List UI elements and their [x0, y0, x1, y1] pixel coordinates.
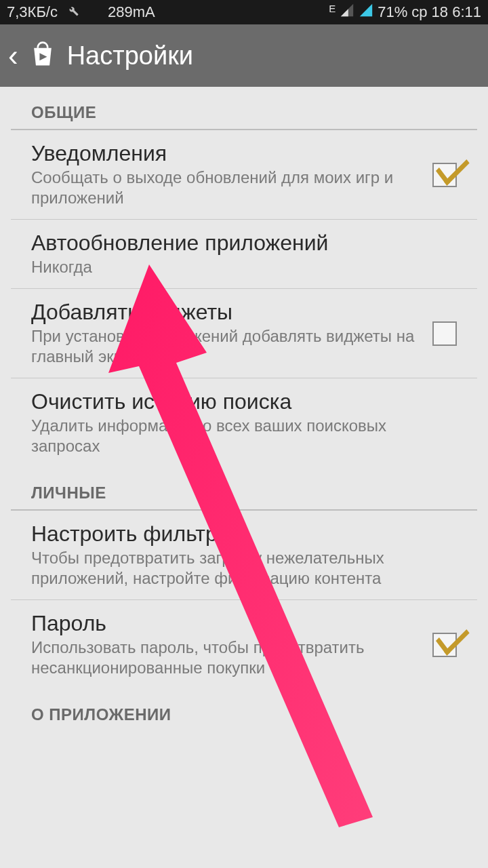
page-title: Настройки: [67, 41, 193, 71]
section-header-about: О ПРИЛОЖЕНИИ: [11, 689, 477, 727]
setting-subtitle: Чтобы предотвратить загрузку нежелательн…: [31, 548, 457, 589]
settings-content: ОБЩИЕ Уведомления Сообщать о выходе обно…: [0, 87, 488, 727]
data-rate: 7,3КБ/с: [7, 3, 58, 21]
setting-title: Добавлять виджеты: [31, 300, 422, 325]
setting-clear-search[interactable]: Очистить историю поиска Удалить информац…: [11, 378, 477, 467]
setting-subtitle: Сообщать о выходе обновлений для моих иг…: [31, 167, 422, 208]
status-bar: 7,3КБ/с 289mA E 71% ср 18 6:11: [0, 0, 488, 24]
edge-indicator: E: [329, 3, 336, 14]
setting-password[interactable]: Пароль Использовать пароль, чтобы предот…: [11, 600, 477, 689]
setting-title: Пароль: [31, 611, 422, 636]
date-time: ср 18 6:11: [411, 3, 481, 21]
section-header-general: ОБЩИЕ: [11, 87, 477, 130]
setting-subtitle: Использовать пароль, чтобы предотвратить…: [31, 637, 422, 678]
setting-filter[interactable]: Настроить фильтр Чтобы предотвратить заг…: [11, 511, 477, 600]
setting-title: Настроить фильтр: [31, 521, 457, 547]
section-header-personal: ЛИЧНЫЕ: [11, 467, 477, 511]
signal-icon-2: [359, 3, 373, 22]
checkbox-notifications[interactable]: [432, 163, 457, 187]
checkbox-widgets[interactable]: [432, 321, 457, 346]
setting-title: Очистить историю поиска: [31, 389, 457, 414]
current-draw: 289mA: [108, 3, 155, 21]
setting-subtitle: Никогда: [31, 257, 457, 277]
setting-widgets[interactable]: Добавлять виджеты При установке приложен…: [11, 289, 477, 378]
wrench-icon: [66, 3, 79, 21]
setting-notifications[interactable]: Уведомления Сообщать о выходе обновлений…: [11, 130, 477, 220]
setting-subtitle: При установке приложений добавлять видже…: [31, 326, 422, 367]
play-store-icon[interactable]: [28, 39, 58, 72]
back-icon[interactable]: ‹: [8, 39, 18, 73]
setting-title: Автообновление приложений: [31, 231, 457, 256]
signal-icon-1: [340, 3, 354, 22]
setting-title: Уведомления: [31, 141, 422, 166]
battery-percent: 71%: [378, 3, 407, 21]
checkbox-password[interactable]: [432, 633, 457, 657]
action-bar: ‹ Настройки: [0, 24, 488, 87]
setting-autoupdate[interactable]: Автообновление приложений Никогда: [11, 220, 477, 289]
setting-subtitle: Удалить информацию о всех ваших поисковы…: [31, 416, 457, 456]
